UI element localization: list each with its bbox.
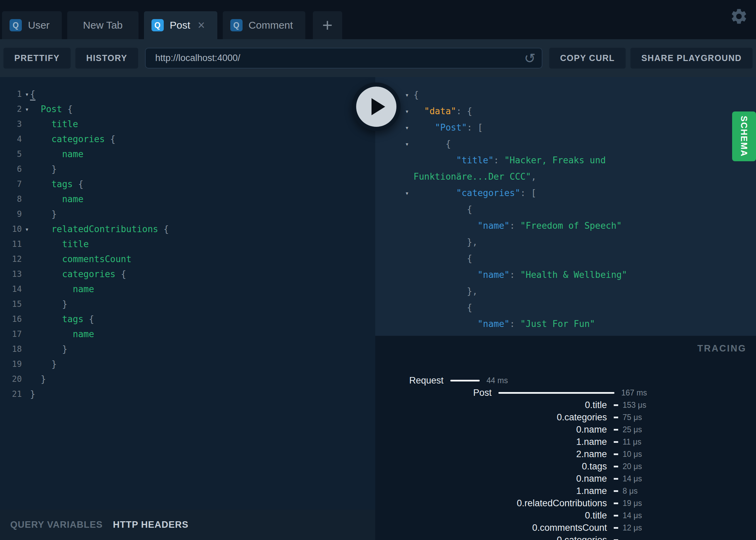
code-token xyxy=(30,209,52,219)
fold-arrow-icon[interactable]: ▾ xyxy=(22,102,32,117)
line-number: 1 xyxy=(0,87,22,102)
code-token: } xyxy=(62,299,68,309)
tracing-bar xyxy=(450,380,480,381)
code-token xyxy=(413,155,456,165)
code-token: Post xyxy=(41,104,62,114)
code-token: { xyxy=(110,134,116,144)
code-token xyxy=(62,104,68,114)
tab-label: Comment xyxy=(249,19,293,31)
http-headers-tab[interactable]: HTTP HEADERS xyxy=(113,520,189,530)
settings-button[interactable] xyxy=(729,7,748,26)
schema-tab[interactable]: SCHEMA xyxy=(732,111,756,161)
code-token: { xyxy=(89,314,94,324)
tracing-label: 2.name xyxy=(375,449,607,460)
code-token: : xyxy=(520,188,531,198)
toolbar: PRETTIFY HISTORY ↺ COPY CURL SHARE PLAYG… xyxy=(0,39,756,77)
code-token: categories xyxy=(52,134,105,144)
code-token xyxy=(413,122,435,133)
code-token xyxy=(30,224,52,234)
code-token: : xyxy=(467,122,478,133)
query-variables-tab[interactable]: QUERY VARIABLES xyxy=(10,520,103,530)
editor-line: 18 } xyxy=(0,342,375,357)
tracing-dash-icon xyxy=(614,404,618,406)
code-token: "name" xyxy=(478,319,510,329)
code-token: { xyxy=(78,179,84,189)
code-token xyxy=(30,164,52,174)
tracing-value: 10 μs xyxy=(623,450,756,459)
line-number: 17 xyxy=(0,327,22,342)
response-line: "name": "Freedom of Speech" xyxy=(375,217,756,234)
prettify-button[interactable]: PRETTIFY xyxy=(3,48,71,69)
tracing-value: 153 μs xyxy=(623,401,756,410)
code-token xyxy=(413,302,467,313)
response-line: }, xyxy=(375,283,756,299)
endpoint-input[interactable] xyxy=(146,53,518,63)
fold-arrow-icon[interactable]: ▾ xyxy=(22,87,32,102)
tracing-dash-icon xyxy=(614,490,618,492)
reload-schema-icon[interactable]: ↺ xyxy=(518,51,542,65)
code-token xyxy=(84,314,89,324)
code-token: , xyxy=(531,171,536,182)
tab-post[interactable]: QPost× xyxy=(144,11,217,39)
query-editor[interactable]: 1▾{2▾ Post {3 title4 categories {5 name6… xyxy=(0,77,375,510)
tracing-row: 0.name25 μs xyxy=(375,423,756,436)
code-token: "Post" xyxy=(435,122,467,133)
tracing-title: TRACING xyxy=(697,343,746,354)
code-token xyxy=(30,359,52,369)
execute-button[interactable] xyxy=(352,82,401,131)
code-token: { xyxy=(467,204,472,214)
response-line: }, xyxy=(375,234,756,250)
tab-comment[interactable]: QComment xyxy=(223,11,305,39)
history-button[interactable]: HISTORY xyxy=(75,48,138,69)
code-token: } xyxy=(30,389,35,399)
line-number: 21 xyxy=(0,387,22,402)
response-line: "name": "Health & Wellbeing" xyxy=(375,267,756,283)
copy-curl-button[interactable]: COPY CURL xyxy=(549,48,626,69)
code-token: }, xyxy=(467,286,478,296)
tracing-row: 0.relatedContributions19 μs xyxy=(375,497,756,509)
fold-arrow-icon[interactable]: ▾ xyxy=(403,136,411,152)
share-playground-button[interactable]: SHARE PLAYGROUND xyxy=(630,48,753,69)
tab-label: User xyxy=(28,19,49,31)
query-badge: Q xyxy=(151,19,164,31)
tracing-row: 0.categories xyxy=(375,534,756,540)
tab-label: Post xyxy=(170,19,190,31)
tracing-dash-icon xyxy=(614,466,618,467)
response-pane[interactable]: ▾{▾ "data": {▾ "Post": [▾ { "title": "Ha… xyxy=(375,77,756,336)
tracing-dash-icon xyxy=(614,502,618,504)
tracing-label: 0.categories xyxy=(375,535,607,540)
fold-arrow-icon[interactable]: ▾ xyxy=(22,222,32,237)
code-token xyxy=(30,299,62,309)
tab-new-tab[interactable]: New Tab xyxy=(67,11,138,39)
code-token xyxy=(30,119,52,129)
code-token xyxy=(73,179,78,189)
code-token: { xyxy=(446,139,451,149)
tracing-label: Request xyxy=(375,375,444,386)
query-badge: Q xyxy=(230,19,243,31)
tracing-label: 0.name xyxy=(375,474,607,484)
code-token: commentsCount xyxy=(62,254,132,264)
line-number: 3 xyxy=(0,117,22,132)
code-token xyxy=(413,204,467,214)
code-token: : xyxy=(456,106,467,116)
tracing-row: Request44 ms xyxy=(375,374,756,387)
tracing-label: 0.title xyxy=(375,510,607,521)
fold-arrow-icon[interactable]: ▾ xyxy=(403,87,411,103)
tab-user[interactable]: QUser xyxy=(2,11,62,39)
fold-arrow-icon[interactable]: ▾ xyxy=(403,103,411,119)
fold-arrow-icon[interactable]: ▾ xyxy=(403,185,411,201)
close-tab-icon[interactable]: × xyxy=(198,19,205,31)
code-token: } xyxy=(52,164,57,174)
editor-line: 21} xyxy=(0,387,375,402)
fold-arrow-icon[interactable]: ▾ xyxy=(403,119,411,136)
code-token: { xyxy=(163,224,169,234)
code-token: name xyxy=(73,284,94,294)
code-token: { xyxy=(467,302,472,313)
code-token: name xyxy=(62,194,84,204)
code-token xyxy=(413,286,467,296)
new-tab-button[interactable]: + xyxy=(313,11,342,39)
code-token: { xyxy=(121,269,126,279)
line-number: 4 xyxy=(0,132,22,147)
tracing-row: 0.tags20 μs xyxy=(375,460,756,472)
tracing-value: 75 μs xyxy=(623,413,756,422)
